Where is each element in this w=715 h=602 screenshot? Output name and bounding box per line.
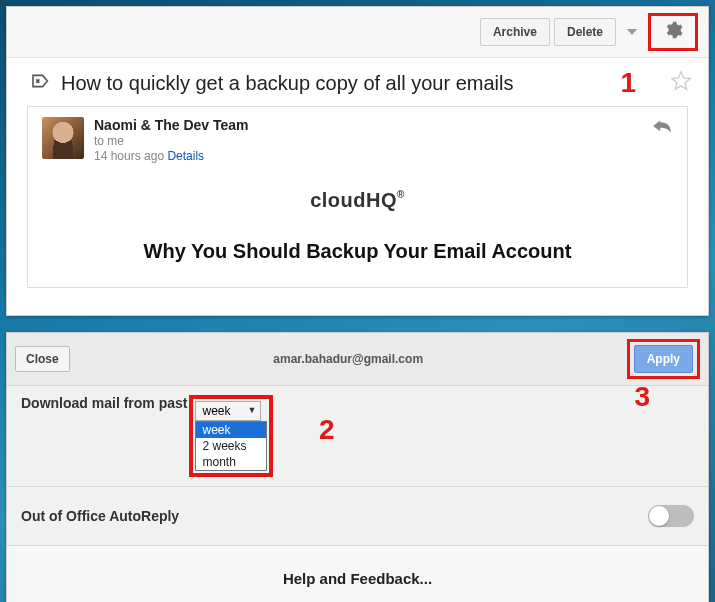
settings-bar: Close amar.bahadur@gmail.com Apply	[7, 333, 708, 386]
annotation-2: 2	[319, 414, 335, 446]
option-week[interactable]: week	[196, 422, 266, 438]
autoreply-label: Out of Office AutoReply	[21, 508, 179, 524]
avatar	[42, 117, 84, 159]
gear-icon[interactable]	[663, 20, 683, 44]
annotation-box-2: week week 2 weeks month	[189, 395, 273, 477]
email-toolbar: Archive Delete	[7, 7, 708, 58]
recipient-line: to me	[94, 134, 673, 148]
message-header: Naomi & The Dev Team to me 14 hours ago …	[42, 117, 673, 163]
download-period-select[interactable]: week	[195, 401, 261, 421]
download-mail-row: Download mail from past week week 2 week…	[7, 386, 708, 487]
option-2weeks[interactable]: 2 weeks	[196, 438, 266, 454]
option-month[interactable]: month	[196, 454, 266, 470]
brand-logo: cloudHQ®	[42, 189, 673, 212]
message-card: Naomi & The Dev Team to me 14 hours ago …	[27, 106, 688, 288]
help-feedback-button[interactable]: Help and Feedback...	[7, 546, 708, 602]
archive-button[interactable]: Archive	[480, 18, 550, 46]
star-icon[interactable]	[670, 70, 692, 96]
apply-button[interactable]: Apply	[634, 345, 693, 373]
settings-panel: Close amar.bahadur@gmail.com Apply 3 Dow…	[6, 332, 709, 602]
message-body-heading: Why You Should Backup Your Email Account	[42, 240, 673, 263]
time-line: 14 hours ago Details	[94, 149, 673, 163]
account-email: amar.bahadur@gmail.com	[70, 352, 627, 366]
annotation-box-3: Apply	[627, 339, 700, 379]
details-link[interactable]: Details	[167, 149, 204, 163]
autoreply-row: Out of Office AutoReply	[7, 487, 708, 546]
autoreply-toggle[interactable]	[648, 505, 694, 527]
more-actions-dropdown[interactable]	[620, 17, 644, 47]
email-subject: How to quickly get a backup copy of all …	[61, 72, 660, 95]
label-icon[interactable]	[31, 73, 51, 93]
download-mail-label: Download mail from past	[21, 395, 187, 411]
close-button[interactable]: Close	[15, 346, 70, 372]
download-period-options[interactable]: week 2 weeks month	[195, 421, 267, 471]
annotation-box-1	[648, 13, 698, 51]
annotation-1: 1	[620, 67, 636, 99]
timestamp: 14 hours ago	[94, 149, 164, 163]
delete-button[interactable]: Delete	[554, 18, 616, 46]
email-view-panel: Archive Delete 1 How to quickly get a ba…	[6, 6, 709, 316]
subject-row: How to quickly get a backup copy of all …	[7, 58, 708, 104]
sender-name: Naomi & The Dev Team	[94, 117, 673, 133]
